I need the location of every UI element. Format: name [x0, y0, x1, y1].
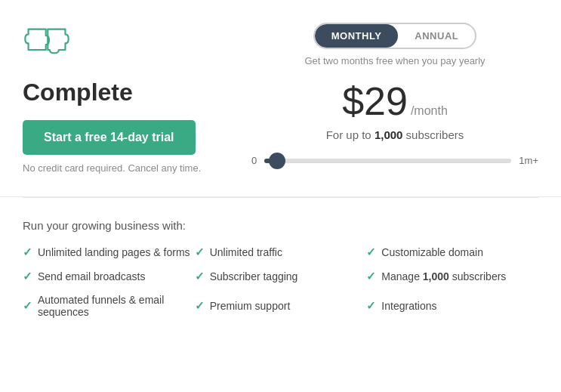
annual-toggle[interactable]: ANNUAL: [398, 24, 475, 48]
billing-toggle: MONTHLY ANNUAL: [313, 23, 476, 49]
features-row-1: ✓ Unlimited landing pages & forms ✓ Unli…: [23, 245, 538, 259]
feature-manage-subscribers: ✓ Manage 1,000 subscribers: [366, 270, 538, 283]
feature-label-4: Send email broadcasts: [38, 270, 145, 282]
features-row-2: ✓ Send email broadcasts ✓ Subscriber tag…: [23, 270, 538, 283]
puzzle-icon: [23, 23, 76, 68]
feature-funnels: ✓ Automated funnels & email sequences: [23, 294, 195, 318]
check-icon-9: ✓: [366, 299, 376, 313]
features-grid: ✓ Unlimited landing pages & forms ✓ Unli…: [23, 245, 538, 318]
subscribers-text: For up to 1,000 subscribers: [326, 128, 464, 141]
plan-title: Complete: [23, 79, 133, 106]
promo-text: Get two months free when you pay yearly: [304, 55, 485, 66]
feature-label-3: Customizable domain: [381, 246, 483, 258]
check-icon-2: ✓: [195, 245, 205, 259]
slider-track[interactable]: [264, 159, 511, 163]
check-icon-4: ✓: [23, 270, 32, 283]
pricing-card: Complete Start a free 14-day trial No cr…: [0, 0, 561, 197]
features-section: Run your growing business with: ✓ Unlimi…: [0, 198, 561, 336]
feature-integrations: ✓ Integrations: [366, 299, 538, 313]
check-icon-7: ✓: [23, 299, 32, 313]
features-row-3: ✓ Automated funnels & email sequences ✓ …: [23, 294, 538, 318]
top-section: Complete Start a free 14-day trial No cr…: [23, 23, 538, 174]
feature-label-7: Automated funnels & email sequences: [38, 294, 195, 318]
slider-min: 0: [251, 155, 257, 166]
feature-domain: ✓ Customizable domain: [366, 245, 538, 259]
check-icon-5: ✓: [195, 270, 205, 283]
feature-label-6: Manage 1,000 subscribers: [381, 270, 506, 282]
feature-label-9: Integrations: [381, 300, 436, 312]
price-period: /month: [411, 104, 448, 118]
left-section: Complete Start a free 14-day trial No cr…: [23, 23, 249, 174]
feature-label-2: Unlimited traffic: [210, 246, 282, 258]
feature-label-1: Unlimited landing pages & forms: [38, 246, 190, 258]
subscriber-slider: 0 1m+: [251, 155, 538, 166]
feature-broadcasts: ✓ Send email broadcasts: [23, 270, 195, 283]
feature-label-5: Subscriber tagging: [210, 270, 298, 282]
check-icon-8: ✓: [195, 299, 205, 313]
trial-button[interactable]: Start a free 14-day trial: [23, 120, 196, 155]
feature-unlimited-traffic: ✓ Unlimited traffic: [195, 245, 367, 259]
slider-thumb[interactable]: [269, 153, 285, 169]
check-icon-1: ✓: [23, 245, 32, 259]
slider-max: 1m+: [519, 155, 538, 166]
monthly-toggle[interactable]: MONTHLY: [315, 24, 399, 48]
price-row: $29 /month: [342, 79, 448, 124]
check-icon-6: ✓: [366, 270, 376, 283]
feature-label-8: Premium support: [210, 300, 291, 312]
features-intro: Run your growing business with:: [23, 219, 538, 232]
no-credit-text: No credit card required. Cancel any time…: [23, 162, 201, 174]
price-amount: $29: [342, 79, 408, 124]
feature-tagging: ✓ Subscriber tagging: [195, 270, 367, 283]
feature-unlimited-pages: ✓ Unlimited landing pages & forms: [23, 245, 195, 259]
subscriber-count: 1,000: [375, 128, 403, 141]
feature-support: ✓ Premium support: [195, 299, 367, 313]
right-section: MONTHLY ANNUAL Get two months free when …: [251, 23, 538, 166]
check-icon-3: ✓: [366, 245, 376, 259]
